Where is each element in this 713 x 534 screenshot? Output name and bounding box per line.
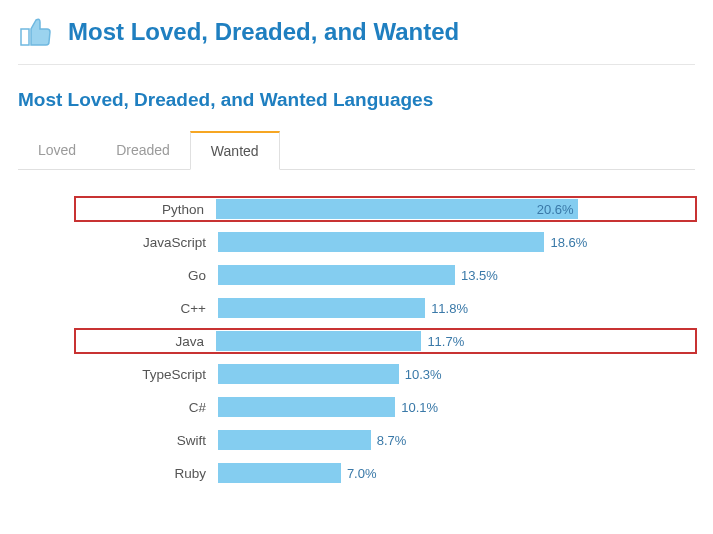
chart-bar-wrap: 13.5%: [218, 265, 695, 285]
chart-value-label: 11.8%: [431, 301, 468, 316]
chart-row: Python20.6%: [76, 198, 695, 220]
chart-bar: 10.3%: [218, 364, 399, 384]
chart-value-label: 13.5%: [461, 268, 498, 283]
chart-value-label: 7.0%: [347, 466, 377, 481]
chart-row: Java11.7%: [76, 330, 695, 352]
chart-value-label: 18.6%: [550, 235, 587, 250]
chart-row-label: C#: [78, 400, 218, 415]
chart-row-label: Ruby: [78, 466, 218, 481]
tab-label: Wanted: [211, 143, 259, 159]
tab-label: Dreaded: [116, 142, 170, 158]
chart-row-label: JavaScript: [78, 235, 218, 250]
chart-bar-wrap: 10.1%: [218, 397, 695, 417]
chart-bar: 13.5%: [218, 265, 455, 285]
chart-value-label: 10.3%: [405, 367, 442, 382]
chart-row: JavaScript18.6%: [78, 231, 695, 253]
chart-bar: 20.6%: [216, 199, 578, 219]
chart-bar-wrap: 10.3%: [218, 364, 695, 384]
chart-row-label: Go: [78, 268, 218, 283]
page-header: Most Loved, Dreaded, and Wanted: [18, 14, 695, 50]
chart-row: Swift8.7%: [78, 429, 695, 451]
chart-row-label: Python: [76, 202, 216, 217]
chart-bar-wrap: 8.7%: [218, 430, 695, 450]
chart-row-label: C++: [78, 301, 218, 316]
tabs: LovedDreadedWanted: [18, 131, 695, 170]
chart-bar: 11.8%: [218, 298, 425, 318]
thumbs-up-icon: [18, 14, 54, 50]
chart-bar-wrap: 11.8%: [218, 298, 695, 318]
chart-value-label: 20.6%: [537, 202, 574, 217]
chart-bar-wrap: 11.7%: [216, 331, 693, 351]
chart-bar: 10.1%: [218, 397, 395, 417]
chart-bar-wrap: 7.0%: [218, 463, 695, 483]
tab-loved[interactable]: Loved: [18, 131, 96, 169]
chart-row-label: Swift: [78, 433, 218, 448]
chart-value-label: 10.1%: [401, 400, 438, 415]
bar-chart: Python20.6%JavaScript18.6%Go13.5%C++11.8…: [18, 198, 695, 484]
section-title: Most Loved, Dreaded, and Wanted Language…: [18, 89, 695, 111]
chart-row: C++11.8%: [78, 297, 695, 319]
chart-bar: 11.7%: [216, 331, 421, 351]
tab-dreaded[interactable]: Dreaded: [96, 131, 190, 169]
chart-value-label: 11.7%: [427, 334, 464, 349]
chart-row: C#10.1%: [78, 396, 695, 418]
chart-value-label: 8.7%: [377, 433, 407, 448]
svg-rect-0: [21, 29, 29, 45]
chart-bar-wrap: 18.6%: [218, 232, 695, 252]
page-title: Most Loved, Dreaded, and Wanted: [68, 18, 459, 46]
chart-row: Go13.5%: [78, 264, 695, 286]
chart-bar: 18.6%: [218, 232, 544, 252]
header-divider: [18, 64, 695, 65]
tab-label: Loved: [38, 142, 76, 158]
chart-bar: 8.7%: [218, 430, 371, 450]
chart-bar-wrap: 20.6%: [216, 199, 693, 219]
tab-wanted[interactable]: Wanted: [190, 131, 280, 170]
chart-row-label: TypeScript: [78, 367, 218, 382]
chart-row-label: Java: [76, 334, 216, 349]
chart-row: Ruby7.0%: [78, 462, 695, 484]
chart-bar: 7.0%: [218, 463, 341, 483]
chart-row: TypeScript10.3%: [78, 363, 695, 385]
